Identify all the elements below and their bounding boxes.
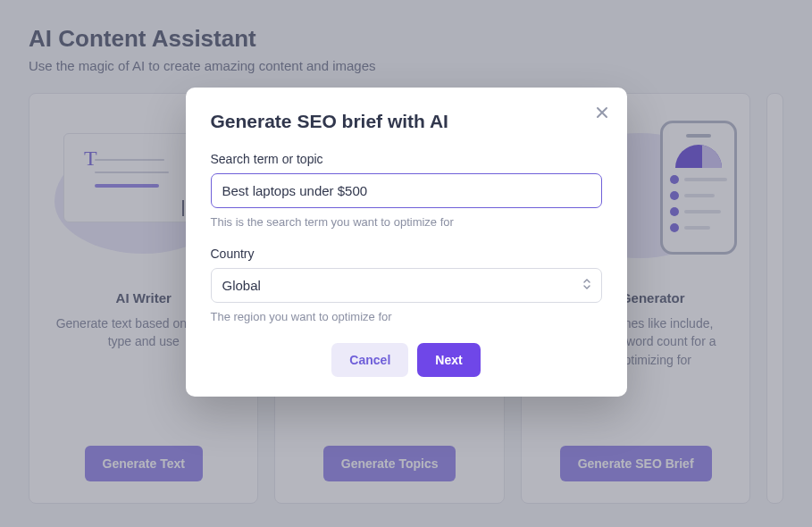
close-button[interactable] bbox=[591, 102, 613, 123]
modal-actions: Cancel Next bbox=[211, 343, 602, 377]
search-term-label: Search term or topic bbox=[211, 152, 602, 166]
modal-overlay[interactable]: Generate SEO brief with AI Search term o… bbox=[0, 0, 812, 527]
search-term-hint: This is the search term you want to opti… bbox=[211, 215, 602, 229]
seo-brief-modal: Generate SEO brief with AI Search term o… bbox=[186, 88, 627, 397]
next-button[interactable]: Next bbox=[417, 343, 480, 377]
cancel-button[interactable]: Cancel bbox=[331, 343, 408, 377]
country-label: Country bbox=[211, 247, 602, 261]
country-hint: The region you want to optimize for bbox=[211, 310, 602, 323]
country-select[interactable]: Global bbox=[211, 268, 602, 303]
search-term-input[interactable] bbox=[211, 173, 602, 208]
modal-title: Generate SEO brief with AI bbox=[211, 111, 602, 132]
close-icon bbox=[595, 105, 609, 120]
